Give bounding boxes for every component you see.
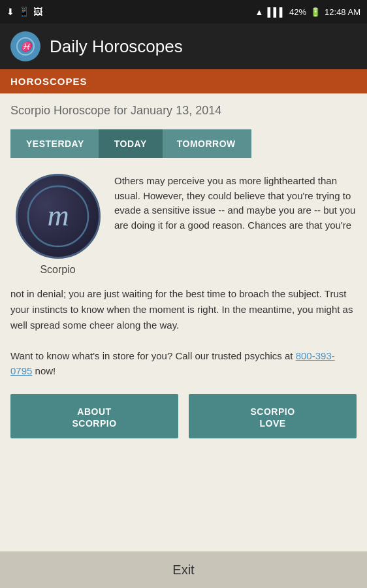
love-line2: LOVE xyxy=(195,417,350,429)
bottom-buttons: ABOUT SCORPIO SCORPIO LOVE xyxy=(10,394,357,438)
main-content: Scorpio Horoscope for January 13, 2014 Y… xyxy=(0,93,367,551)
clock: 12:48 AM xyxy=(325,7,360,17)
battery-icon: 🔋 xyxy=(310,7,321,17)
svg-text:m: m xyxy=(47,199,69,232)
horoscope-title: Scorpio Horoscope for January 13, 2014 xyxy=(10,104,357,118)
about-line1: ABOUT xyxy=(17,406,172,417)
status-bar-right: ▲ ▌▌▌ 42% 🔋 12:48 AM xyxy=(255,7,360,17)
love-line1: SCORPIO xyxy=(195,406,350,417)
exit-button[interactable]: Exit xyxy=(172,563,194,578)
sign-circle: m xyxy=(16,174,101,259)
sign-image-area: m Scorpio xyxy=(10,174,105,276)
day-tabs: YESTERDAY TODAY TOMORROW xyxy=(10,129,357,158)
horoscope-text-right: Others may perceive you as more lighthea… xyxy=(114,174,357,276)
horoscope-body: m Scorpio Others may perceive you as mor… xyxy=(10,174,357,276)
about-scorpio-button[interactable]: ABOUT SCORPIO xyxy=(10,394,178,438)
about-line2: SCORPIO xyxy=(17,417,172,429)
psychic-promo-text: Want to know what's in store for you? Ca… xyxy=(10,350,293,361)
wifi-icon: ▲ xyxy=(255,7,264,17)
svg-text:♓: ♓ xyxy=(20,41,34,52)
psychic-promo: Want to know what's in store for you? Ca… xyxy=(10,349,357,378)
battery-level: 42% xyxy=(289,7,306,17)
status-bar-left: ⬇ 📱 🖼 xyxy=(7,7,42,17)
status-bar: ⬇ 📱 🖼 ▲ ▌▌▌ 42% 🔋 12:48 AM xyxy=(0,0,367,24)
horoscope-text-full: not in denial; you are just waiting for … xyxy=(10,286,357,333)
app-bar: ♓ Daily Horoscopes xyxy=(0,24,367,69)
whatsapp-icon: 📱 xyxy=(18,7,29,17)
signal-icon: ▌▌▌ xyxy=(267,7,285,17)
section-header: HOROSCOPES xyxy=(0,69,367,93)
tab-yesterday[interactable]: YESTERDAY xyxy=(10,129,99,158)
horoscope-logo-icon: ♓ xyxy=(16,37,35,56)
usb-icon: ⬇ xyxy=(7,7,14,17)
sign-name: Scorpio xyxy=(40,264,75,276)
exit-bar: Exit xyxy=(0,551,367,588)
scorpio-symbol-svg: m xyxy=(25,184,91,249)
tab-tomorrow[interactable]: TOMORROW xyxy=(163,129,251,158)
section-header-label: HOROSCOPES xyxy=(10,76,88,87)
scorpio-love-button[interactable]: SCORPIO LOVE xyxy=(189,394,357,438)
app-icon: ♓ xyxy=(10,31,40,61)
app-title: Daily Horoscopes xyxy=(50,37,183,57)
tab-today[interactable]: TODAY xyxy=(99,129,163,158)
image-icon: 🖼 xyxy=(33,7,42,17)
psychic-promo-end: now! xyxy=(35,365,56,376)
